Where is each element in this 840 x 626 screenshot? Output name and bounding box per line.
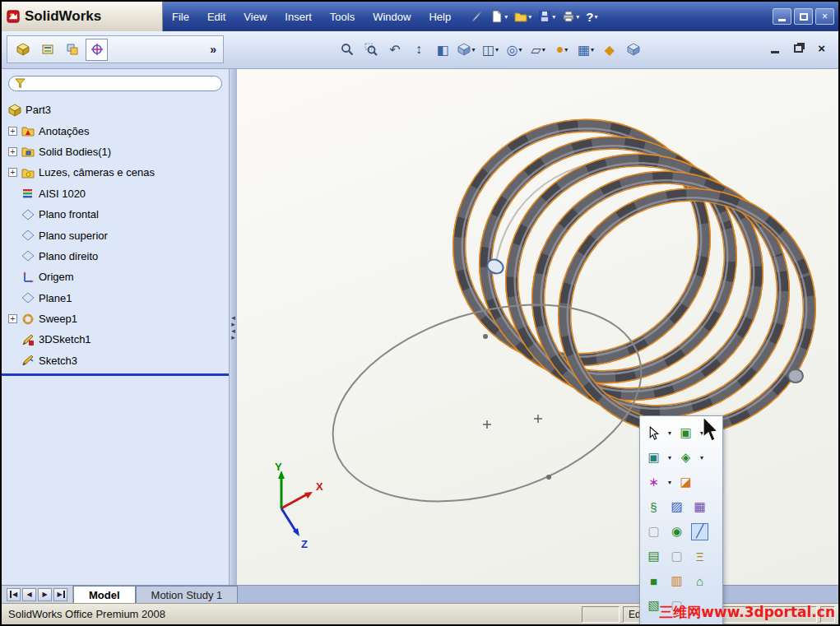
pan-button[interactable]: ↕ (409, 37, 429, 62)
caret-icon[interactable]: ▾ (528, 13, 531, 21)
hide-show-items-button[interactable]: ◎ ▾ (504, 37, 524, 62)
view-orientation-button[interactable]: ▾ (457, 37, 476, 62)
caret-icon[interactable]: ▾ (518, 46, 522, 53)
caret-icon[interactable]: ▾ (668, 454, 671, 461)
caret-icon[interactable]: ▾ (594, 13, 597, 21)
tree-item-3dsketch1[interactable]: 3DSketch1 (2, 329, 229, 350)
caret-icon[interactable]: ▾ (564, 46, 568, 53)
graphics-viewport[interactable]: Y X Z (237, 69, 838, 585)
next-tab-button[interactable]: ▶ (38, 588, 52, 601)
document-minimize-icon[interactable] (771, 51, 779, 53)
tab-featuremanager[interactable] (12, 39, 34, 61)
tab-motion-study-1[interactable]: Motion Study 1 (136, 586, 239, 603)
rollback-bar[interactable] (2, 373, 229, 376)
expand-toggle[interactable]: + (8, 314, 17, 323)
print-button[interactable]: ▾ (559, 6, 582, 27)
shortcut-box-select-button[interactable]: ▣ (645, 449, 662, 466)
splitter-expand-icon[interactable]: ▸ (231, 334, 235, 341)
tree-item-origin[interactable]: Origem (2, 267, 229, 287)
shortcut-helix-button[interactable]: § (645, 498, 662, 516)
shortcut-convert-entities-button[interactable]: ◈ (677, 449, 694, 466)
shortcut-surface-button[interactable]: ◉ (668, 523, 685, 540)
tree-item-lights-cameras-scenes[interactable]: + Luzes, câmeras e cenas (2, 162, 229, 183)
shortcut-dimension-button[interactable]: ∗ (645, 474, 662, 491)
tree-item-annotations[interactable]: + Anotações (2, 120, 229, 141)
caret-icon[interactable]: ▾ (591, 46, 594, 53)
caret-icon[interactable]: ▾ (576, 13, 579, 21)
tree-item-front-plane[interactable]: Plano frontal (2, 204, 229, 225)
caret-icon[interactable]: ▾ (504, 13, 508, 21)
previous-view-button[interactable]: ↶ (385, 37, 405, 62)
menu-help[interactable]: Help (420, 11, 460, 23)
caret-icon[interactable]: ▾ (668, 429, 671, 437)
shortcut-3d-sketch-button[interactable]: ▨ (668, 498, 685, 516)
menu-edit[interactable]: Edit (198, 11, 234, 23)
caret-icon[interactable]: ▾ (552, 13, 555, 21)
tree-item-plane1[interactable]: Plane1 (2, 288, 229, 308)
shortcut-design-library-button[interactable]: ▤ (645, 548, 662, 565)
caret-icon[interactable]: ▾ (542, 46, 545, 53)
save-button[interactable]: ▾ (536, 6, 558, 27)
document-restore-icon[interactable] (794, 44, 803, 53)
shortcut-plane-button[interactable]: ■ (645, 573, 662, 590)
display-style-button[interactable]: ◫ ▾ (480, 37, 500, 62)
first-tab-button[interactable]: ◀ (7, 588, 21, 601)
caret-icon[interactable]: ▾ (668, 479, 671, 486)
tree-item-solid-bodies[interactable]: + Solid Bodies(1) (2, 141, 229, 162)
tab-dimxpertmanager[interactable] (86, 39, 108, 61)
new-document-button[interactable]: ▾ (488, 6, 510, 27)
sketch-point[interactable] (546, 475, 551, 480)
zoom-to-fit-button[interactable] (337, 37, 357, 62)
tab-overflow-button[interactable]: » (210, 43, 219, 56)
shortcut-home-button[interactable]: ⌂ (691, 573, 708, 590)
shortcut-box-button[interactable]: ▥ (668, 573, 685, 590)
tab-configurationmanager[interactable] (61, 39, 83, 61)
appearance-button[interactable]: ● ▾ (552, 37, 572, 62)
shortcut-appearance-button[interactable]: ▦ (691, 498, 708, 516)
assembly-view-button[interactable] (624, 37, 643, 62)
pen-button[interactable] (468, 6, 486, 27)
panel-splitter[interactable]: ◂ ▸ ◂ ▸ (230, 69, 237, 585)
expand-toggle[interactable]: + (8, 168, 17, 177)
section-view-button[interactable]: ◧ (433, 37, 452, 62)
menu-view[interactable]: View (234, 11, 276, 23)
tree-item-sweep1[interactable]: + Sweep1 (2, 308, 229, 329)
tree-item-right-plane[interactable]: Plano direito (2, 246, 229, 267)
shadows-button[interactable]: ▱ ▾ (528, 37, 548, 62)
shortcut-select-group-button[interactable]: ▣ (677, 424, 694, 442)
tree-item-sketch3[interactable]: Sketch3 (2, 350, 229, 371)
maximize-button[interactable] (794, 8, 813, 25)
menu-insert[interactable]: Insert (276, 11, 321, 23)
sketch-point[interactable] (483, 334, 488, 339)
close-button[interactable]: × (815, 8, 834, 25)
tree-item-top-plane[interactable]: Plano superior (2, 225, 229, 245)
lights-button[interactable]: ◆ (600, 37, 620, 62)
shortcut-select-button[interactable] (645, 424, 662, 442)
filter-input[interactable] (30, 78, 216, 90)
caret-icon[interactable]: ▾ (700, 454, 703, 461)
menu-window[interactable]: Window (364, 11, 420, 23)
open-button[interactable]: ▾ (512, 6, 534, 27)
help-button[interactable]: ? ▾ (583, 6, 600, 27)
shortcut-trim-button[interactable]: ◪ (677, 474, 694, 491)
expand-toggle[interactable]: + (8, 127, 17, 136)
zoom-to-area-button[interactable] (361, 37, 381, 62)
scene-button[interactable]: ▦ ▾ (576, 37, 596, 62)
last-tab-button[interactable]: ▶ (53, 588, 67, 601)
previous-tab-button[interactable]: ◀ (22, 588, 36, 601)
tree-item-material[interactable]: AISI 1020 (2, 183, 229, 204)
tab-model[interactable]: Model (73, 586, 136, 603)
coil-end-cap[interactable] (788, 369, 803, 383)
tab-propertymanager[interactable] (36, 39, 58, 61)
caret-icon[interactable]: ▾ (471, 46, 475, 53)
caret-icon[interactable]: ▾ (495, 46, 499, 53)
shortcut-mass-properties-button[interactable]: Ξ (691, 548, 708, 565)
filter-bar[interactable] (8, 76, 222, 91)
document-close-icon[interactable]: × (818, 41, 825, 55)
shortcut-measure-button[interactable]: ╱ (691, 523, 708, 540)
menu-tools[interactable]: Tools (321, 11, 364, 23)
tree-item-part3[interactable]: Part3 (2, 100, 229, 120)
sketch-center-marker[interactable] (483, 415, 542, 429)
expand-toggle[interactable]: + (8, 147, 17, 156)
minimize-button[interactable] (773, 8, 791, 25)
